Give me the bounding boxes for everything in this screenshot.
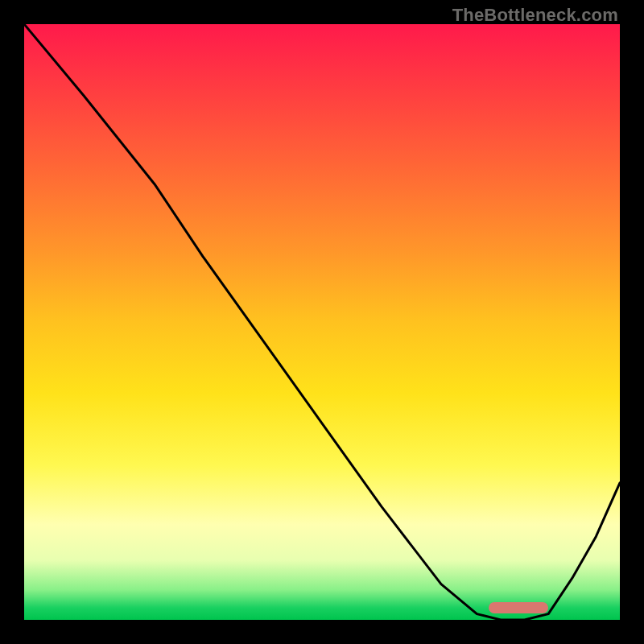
bottleneck-curve bbox=[24, 24, 620, 620]
curve-path bbox=[24, 24, 620, 620]
chart-frame: TheBottleneck.com bbox=[0, 0, 644, 644]
watermark-text: TheBottleneck.com bbox=[452, 5, 618, 26]
plot-area bbox=[24, 24, 620, 620]
optimum-band bbox=[489, 602, 548, 613]
